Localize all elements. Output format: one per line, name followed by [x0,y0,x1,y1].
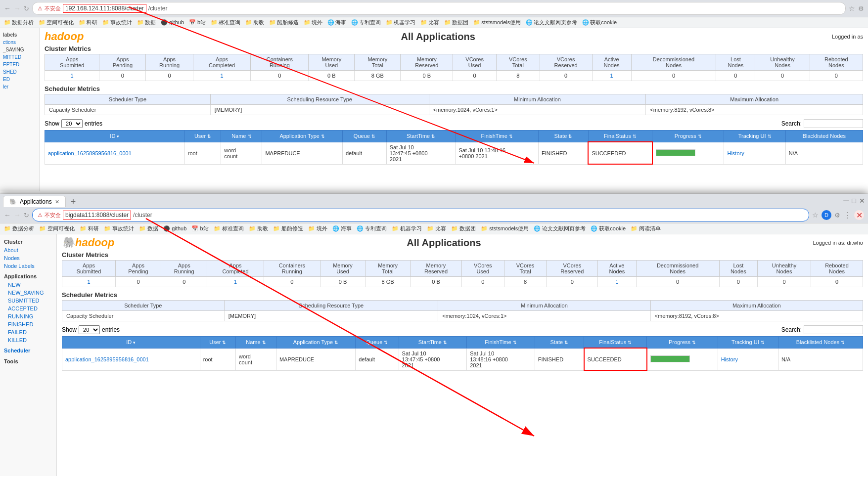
new-tab-btn[interactable]: + [67,196,80,207]
sidebar-new-saving[interactable]: NEW_SAVING [0,289,56,297]
th-type-2[interactable]: Application Type ⇅ [276,337,355,349]
bookmark-bilibili[interactable]: 📅 b站 [189,19,206,26]
nav-back-icon[interactable]: ← [4,4,11,12]
sidebar-finished[interactable]: FINISHED [0,320,56,328]
address-bar-1[interactable]: ⚠ 不安全 192.168.124.111:8088/cluster /clus… [32,2,846,15]
bm2-github[interactable]: ⚫ github [163,225,186,232]
bm2-ststs[interactable]: 📁 ststsmodels使用 [481,225,529,232]
extensions-icon-1[interactable]: ⚙ [858,5,864,12]
th-id-2[interactable]: ID ▾ [62,337,200,349]
avatar-icon-2[interactable]: D [822,210,831,220]
bm2-accident[interactable]: 📁 事故统计 [104,225,134,232]
bm2-assistant[interactable]: 📁 助教 [249,225,268,232]
sidebar-killed[interactable]: KILLED [0,336,56,344]
th-user-1[interactable]: User ⇅ [184,131,221,142]
address-bar-2[interactable]: ⚠ 不安全 bigdata111:8088/cluster /cluster [32,209,809,221]
sidebar-nodes[interactable]: Nodes [0,254,56,262]
search-input-1[interactable] [804,119,863,128]
th-type-1[interactable]: Application Type ⇅ [262,131,343,142]
search-input-2[interactable] [804,325,863,334]
tab-close-btn[interactable]: ✕ [55,199,59,205]
bookmark-maritime[interactable]: 🌐海事 [327,19,346,26]
th-tracking-1[interactable]: Tracking UI ⇅ [724,131,785,142]
minimize-btn-2[interactable]: ─ [843,196,849,205]
th-blacklisted-2[interactable]: Blacklisted Nodes ⇅ [778,337,863,349]
bm2-overseas[interactable]: 📁 境外 [308,225,327,232]
bookmark-ship[interactable]: 📁船舶修造 [269,19,299,26]
sidebar-ctions[interactable]: ctions [0,39,39,46]
th-start-1[interactable]: StartTime ⇅ [386,131,456,142]
th-id-1[interactable]: ID ▾ [45,131,185,142]
entries-select-2[interactable]: 20 [79,325,100,334]
th-finalstatus-1[interactable]: FinalStatus ⇅ [588,131,652,142]
th-tracking-2[interactable]: Tracking UI ⇅ [718,337,778,349]
tab-applications[interactable]: 🐘 Applications ✕ [3,196,66,207]
bm2-paper[interactable]: 🌐 论文文献网页参考 [534,225,586,232]
th-name-1[interactable]: Name ⇅ [221,131,262,142]
bm2-reader[interactable]: 📁 阅读清单 [631,225,661,232]
sidebar-shed[interactable]: SHED [0,68,39,76]
entries-select-1[interactable]: 20 [61,119,83,128]
bookmark-cookie[interactable]: 🌐获取cookie [582,19,617,26]
bookmark-visualization[interactable]: 📁空间可视化 [39,19,74,26]
bookmark-assistant[interactable]: 📁助教 [245,19,264,26]
nav-back-icon-2[interactable]: ← [4,211,11,219]
bookmark-research[interactable]: 📁科研 [79,19,97,26]
bookmark-overseas[interactable]: 📁境外 [304,19,322,26]
nav-forward-icon-2[interactable]: → [14,211,21,219]
th-progress-1[interactable]: Progress ⇅ [652,131,724,142]
bm2-cookie[interactable]: 🌐 获取cookie [591,225,626,232]
td-id-val-1[interactable]: application_1625895956816_0001 [45,142,185,164]
th-state-2[interactable]: State ⇅ [535,337,584,349]
sidebar-ed[interactable]: ED [0,76,39,83]
sidebar-accepted[interactable]: ACCEPTED [0,305,56,312]
extensions-icon-2[interactable]: ⚙ [834,212,840,219]
nav-refresh-icon[interactable]: ↻ [24,5,29,12]
bm2-ship[interactable]: 📁 船舶修造 [273,225,303,232]
th-start-2[interactable]: StartTime ⇅ [399,337,467,349]
sidebar-new[interactable]: NEW [0,281,56,289]
th-finalstatus-2[interactable]: FinalStatus ⇅ [584,337,647,349]
bookmark-data[interactable]: 📁数据 [137,19,156,26]
bm2-maritime[interactable]: 🌐 海事 [332,225,352,232]
bookmark-ml[interactable]: 📁机器学习 [386,19,415,26]
menu-icon-2[interactable]: ⋮ [843,211,851,220]
th-user-2[interactable]: User ⇅ [200,337,235,349]
th-name-2[interactable]: Name ⇅ [236,337,276,349]
bm2-comp[interactable]: 📁 比赛 [427,225,446,232]
bm2-patent[interactable]: 🌐 专利查询 [357,225,387,232]
th-queue-1[interactable]: Queue ⇅ [343,131,387,142]
bm2-data[interactable]: 📁 数据分析 [4,225,34,232]
th-state-1[interactable]: State ⇅ [539,131,589,142]
sidebar-about[interactable]: About [0,246,56,254]
close-x-icon-2[interactable]: ✕ [854,210,864,220]
bookmark-paper[interactable]: 🌐论文文献网页参考 [526,19,577,26]
bookmark-standard[interactable]: 📁标准查询 [211,19,240,26]
sidebar-node-labels[interactable]: Node Labels [0,262,56,270]
bookmark-data-analysis[interactable]: 📁数据分析 [4,19,34,26]
bm2-bilibili[interactable]: 📅 b站 [191,225,208,232]
sidebar-submitted[interactable]: SUBMITTED [0,297,56,305]
bookmark-star-2[interactable]: ☆ [812,211,819,219]
th-finish-1[interactable]: FinishTime ⇅ [456,131,539,142]
bookmark-ststs[interactable]: 📁ststsmodels使用 [473,19,521,26]
sidebar-running[interactable]: RUNNING [0,312,56,320]
nav-forward-icon[interactable]: → [14,4,21,12]
bm2-ml[interactable]: 📁 机器学习 [392,225,422,232]
sidebar-scheduler[interactable]: Scheduler [0,346,56,355]
td-id-val-2[interactable]: application_1625895956816_0001 [62,348,200,370]
bookmark-github[interactable]: ⚫ github [161,19,184,26]
th-finish-2[interactable]: FinishTime ⇅ [467,337,535,349]
bookmark-star-1[interactable]: ☆ [849,4,855,12]
th-progress-2[interactable]: Progress ⇅ [647,337,718,349]
bm2-standard[interactable]: 📁 标准查询 [214,225,244,232]
bm2-data2[interactable]: 📁 数据 [139,225,158,232]
close-btn-2[interactable]: ✕ [859,197,865,205]
bookmark-patent[interactable]: 🌐专利查询 [351,19,381,26]
th-blacklisted-1[interactable]: Blacklisted Nodes [785,131,863,142]
maximize-btn-2[interactable]: □ [852,197,856,205]
bookmark-competition[interactable]: 📁比赛 [420,19,439,26]
bm2-research[interactable]: 📁 科研 [80,225,99,232]
sidebar-epted[interactable]: EPTED [0,61,39,68]
bookmark-datagroup[interactable]: 📁数据团 [444,19,468,26]
